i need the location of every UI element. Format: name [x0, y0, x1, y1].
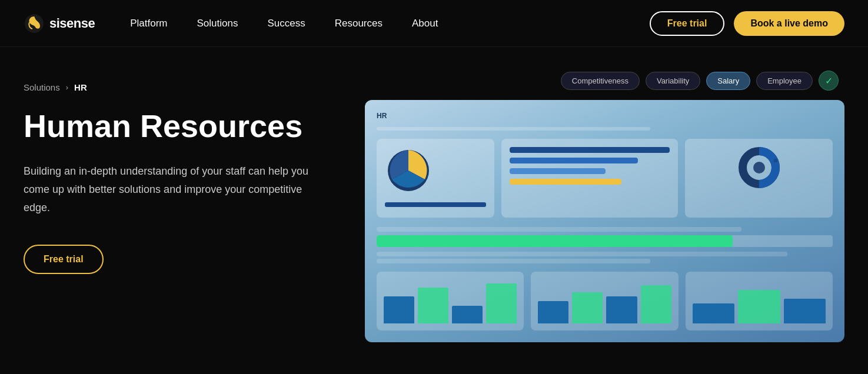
filter-tab-competitiveness[interactable]: Competitiveness [561, 72, 640, 90]
dashboard-card-bars [501, 139, 678, 218]
nav-item-success[interactable]: Success [267, 18, 305, 29]
navbar: sisense Platform Solutions Success Resou… [0, 0, 868, 47]
dashboard-mid-section [377, 227, 833, 263]
logo-icon [24, 13, 45, 34]
mid-bar-row2 [377, 259, 650, 263]
dashboard-visual: HR [365, 100, 844, 342]
filter-tab-variability[interactable]: Variability [646, 72, 700, 90]
book-demo-button[interactable]: Book a live demo [734, 11, 844, 36]
free-trial-main-button[interactable]: Free trial [24, 245, 104, 274]
mid-bar-green-fill [377, 235, 733, 247]
nav-item-solutions[interactable]: Solutions [197, 18, 238, 29]
page-description: Building an in-depth understanding of yo… [24, 162, 318, 216]
svg-rect-9 [774, 159, 777, 162]
filter-tab-employee[interactable]: Employee [756, 72, 813, 90]
main-content: Solutions › HR Human Resources Building … [0, 47, 868, 374]
bar-strip-yellow [510, 179, 621, 185]
dashboard-col-chart-2 [531, 272, 678, 330]
bar-strip-2 [510, 158, 638, 163]
dashboard-col-chart-3 [686, 272, 833, 330]
bar-strip-3 [510, 168, 606, 174]
pie-legend-bar1 [385, 202, 486, 207]
bar-strip-1 [510, 147, 670, 153]
nav-actions: Free trial Book a live demo [650, 11, 844, 36]
logo-text: sisense [49, 16, 95, 31]
dashboard-col-chart-1 [377, 272, 524, 330]
svg-point-8 [753, 162, 765, 173]
dashboard-label: HR [377, 112, 833, 120]
nav-item-resources[interactable]: Resources [335, 18, 383, 29]
dashboard-card-donut [685, 139, 833, 218]
logo-link[interactable]: sisense [24, 13, 95, 34]
nav-item-about[interactable]: About [412, 18, 438, 29]
donut-chart [739, 147, 780, 188]
mid-bar-top [377, 227, 741, 232]
breadcrumb-parent[interactable]: Solutions [24, 82, 60, 92]
filter-tab-salary[interactable]: Salary [706, 72, 750, 90]
dashboard-top-row [377, 139, 833, 218]
pie-chart [385, 147, 432, 194]
breadcrumb-separator: › [66, 83, 68, 92]
mid-bar-row1 [377, 252, 787, 256]
free-trial-nav-button[interactable]: Free trial [650, 11, 725, 36]
left-panel: Solutions › HR Human Resources Building … [24, 71, 353, 374]
filter-check-icon[interactable]: ✓ [819, 71, 839, 91]
breadcrumb-current: HR [74, 82, 87, 92]
right-panel: Competitiveness Variability Salary Emplo… [365, 71, 844, 374]
nav-item-platform[interactable]: Platform [130, 18, 167, 29]
mid-bar-green-large [377, 235, 833, 247]
dashboard-bottom-row [377, 272, 833, 330]
dashboard-header-bar [377, 127, 650, 131]
breadcrumb: Solutions › HR [24, 82, 353, 92]
dashboard-card-pie [377, 139, 494, 218]
nav-links: Platform Solutions Success Resources Abo… [130, 18, 650, 29]
filter-tabs: Competitiveness Variability Salary Emplo… [561, 71, 844, 91]
page-title: Human Resources [24, 109, 353, 143]
